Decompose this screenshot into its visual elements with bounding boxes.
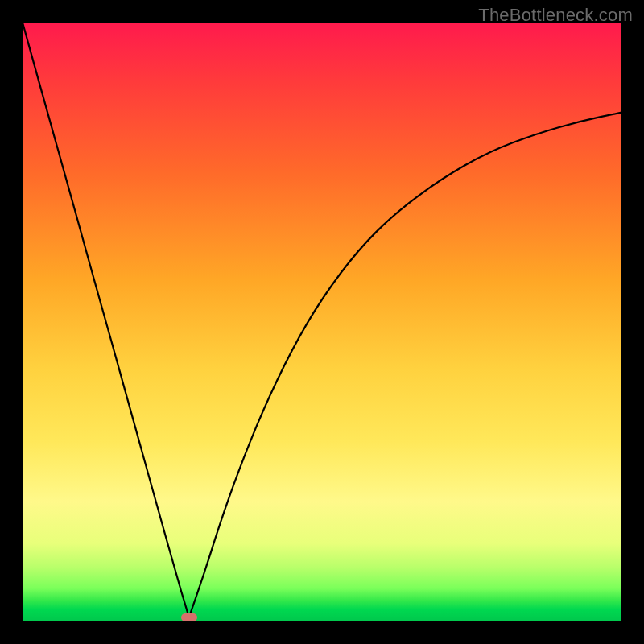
left-branch-line [23,23,189,617]
curve-svg [23,23,621,621]
plot-area [23,23,621,621]
minimum-marker [181,613,197,621]
chart-frame: TheBottleneck.com [0,0,644,644]
right-branch-line [189,113,621,617]
